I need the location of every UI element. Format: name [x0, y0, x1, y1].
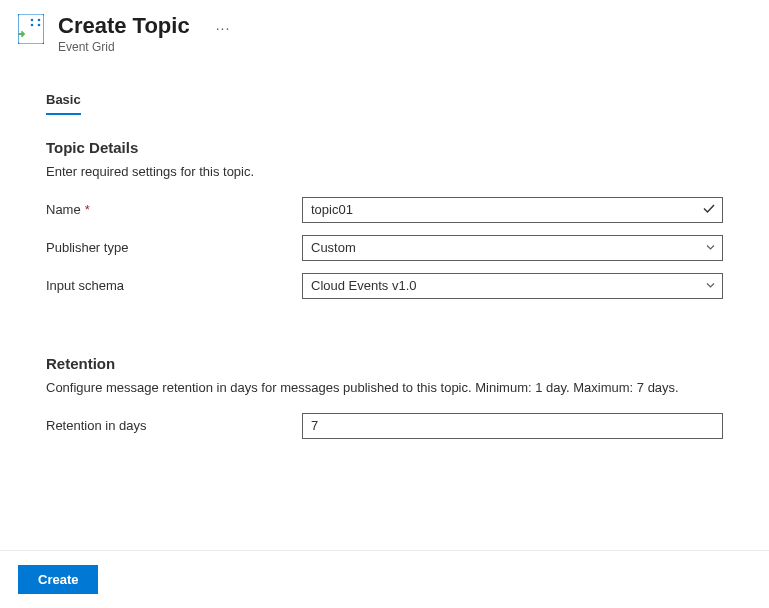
section-retention: Retention Configure message retention in… — [46, 355, 723, 439]
page-title: Create Topic — [58, 12, 190, 40]
more-icon[interactable]: ··· — [216, 20, 231, 36]
topic-details-description: Enter required settings for this topic. — [46, 164, 723, 179]
retention-days-label: Retention in days — [46, 418, 302, 433]
svg-point-3 — [31, 24, 34, 27]
form-content: Topic Details Enter required settings fo… — [0, 115, 769, 439]
retention-description: Configure message retention in days for … — [46, 380, 723, 395]
name-label: Name* — [46, 202, 302, 217]
footer-bar: Create — [0, 550, 769, 608]
create-button[interactable]: Create — [18, 565, 98, 594]
svg-point-1 — [31, 19, 34, 22]
svg-point-2 — [38, 19, 41, 22]
header-text-block: Create Topic Event Grid — [58, 12, 190, 54]
required-indicator: * — [85, 202, 90, 217]
svg-point-4 — [38, 24, 41, 27]
row-input-schema: Input schema Cloud Events v1.0 — [46, 273, 723, 299]
row-name: Name* — [46, 197, 723, 223]
check-icon — [702, 201, 716, 218]
page-subtitle: Event Grid — [58, 40, 190, 54]
svg-rect-0 — [18, 14, 44, 44]
section-topic-details: Topic Details Enter required settings fo… — [46, 139, 723, 299]
publisher-type-label: Publisher type — [46, 240, 302, 255]
row-retention-days: Retention in days — [46, 413, 723, 439]
name-input[interactable] — [302, 197, 723, 223]
event-grid-icon — [18, 14, 44, 44]
tab-basic[interactable]: Basic — [46, 92, 81, 115]
retention-heading: Retention — [46, 355, 723, 372]
topic-details-heading: Topic Details — [46, 139, 723, 156]
row-publisher-type: Publisher type Custom — [46, 235, 723, 261]
input-schema-label: Input schema — [46, 278, 302, 293]
retention-days-input[interactable] — [302, 413, 723, 439]
publisher-type-select[interactable]: Custom — [302, 235, 723, 261]
input-schema-select[interactable]: Cloud Events v1.0 — [302, 273, 723, 299]
page-header: Create Topic Event Grid ··· — [0, 0, 769, 62]
name-label-text: Name — [46, 202, 81, 217]
tabs-bar: Basic — [0, 92, 769, 115]
